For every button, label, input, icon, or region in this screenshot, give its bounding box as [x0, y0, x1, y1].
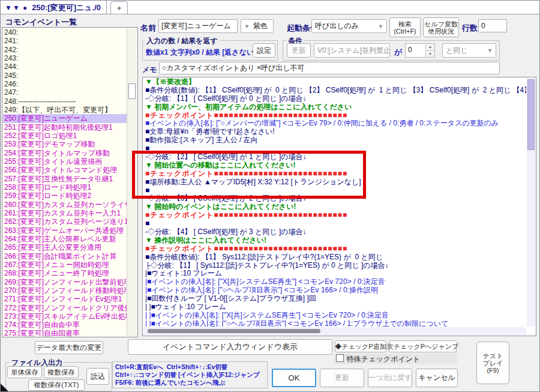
show-event-command-input-window-button[interactable]: イベントコマンド入力ウィンドウ表示 — [128, 339, 332, 355]
list-item[interactable]: 272:[変更可]ノンフィールドクリア後処理1 — [3, 304, 127, 312]
event-line[interactable]: ▼ 開始時のイベントはここに入れてください! — [145, 203, 526, 211]
trigger-select[interactable]: 呼び出しのみ ▼ — [311, 19, 387, 33]
stepper-up-icon[interactable]: ▲ — [426, 44, 434, 51]
list-item[interactable]: 271:[変更可]ノンフィールドEv処理1 — [3, 295, 127, 303]
list-item[interactable]: 257:[変更可]互換性無データ引継1 — [3, 175, 127, 183]
condition-update-button[interactable]: 更新 — [287, 43, 311, 58]
event-name-input[interactable] — [158, 19, 238, 33]
event-line[interactable]: ▼ 初期メンバー、初期アイテムの処理はここに入れてください — [145, 103, 526, 112]
tab-current-event[interactable]: ▼▼ ● 250:[変更可]ニュ./0 — [1, 1, 107, 14]
change-max-data-button[interactable]: データ最大数の変更 — [35, 341, 103, 354]
sidebar-scrollbar[interactable] — [127, 28, 137, 336]
event-list-vscrollbar-thumb[interactable] — [527, 79, 535, 150]
list-item[interactable]: 242: — [3, 46, 127, 54]
event-line[interactable]: ■条件分岐(数値): 【1】 Sys112:[読]テストプレイ中?(1=YES)… — [145, 253, 526, 262]
list-item[interactable]: 261:[変更可]カスタム並列キー入力1 — [3, 209, 127, 217]
list-item[interactable]: 259:[変更可]ロード時処理2 — [3, 191, 127, 200]
list-item[interactable]: 241: — [3, 37, 127, 45]
event-line[interactable]: -◇分岐: 【4】 [ CSelf0[処理] が 3 と同じ ]の場合↓ — [145, 228, 526, 237]
add-tab-button[interactable]: + — [110, 1, 128, 14]
list-item[interactable]: 273:[変更可]スキルアイテムEv呼出処理1 — [3, 312, 127, 321]
event-line[interactable]: ├◇分岐: 【1】 [ Sys112:[読]テストプレイ中?(1=YES) が … — [145, 262, 526, 270]
event-line[interactable]: -◇分岐: 【1】 [ CSelf0[処理] が 0 と同じ ]の場合↓ — [145, 95, 526, 103]
test-play-button[interactable]: テスト プレイ (F9) — [476, 342, 509, 384]
list-item[interactable]: 262:[変更可]カスタム並列ページ送り1 — [3, 217, 127, 226]
resize-grip[interactable] — [1, 384, 8, 391]
load-button[interactable]: 読込 — [86, 368, 109, 385]
list-item[interactable]: 243: — [3, 54, 127, 62]
list-item[interactable]: 247: — [3, 88, 127, 97]
list-item[interactable]: 266:[変更可]合計職業ポイント計算 — [3, 252, 127, 261]
event-line[interactable]: -◇分岐: 【3】 [ CSelf0[処理] が 2 と同じ ]の場合↓ — [145, 194, 526, 203]
event-line[interactable]: ■ — [145, 220, 526, 228]
list-item[interactable]: 260:[変更可]カスタム並列カーソライザ1 — [3, 201, 127, 209]
stepper-down-icon[interactable]: ▼ — [426, 51, 434, 58]
event-line[interactable]: ■ — [145, 187, 526, 195]
event-line[interactable]: ■条件分岐(数値): 【1】 CSelf0[処理] が 0 と同じ 【2】 CS… — [145, 86, 526, 95]
event-line[interactable]: ■イベントの挿入[名]: ["○メンバーの増減"] <コモンEv 79> / 0… — [145, 119, 526, 128]
self-variable-usage-button[interactable]: セルフ変数 使用状況 — [423, 17, 459, 37]
line-count-input[interactable] — [478, 19, 507, 32]
event-list-vscrollbar[interactable] — [527, 78, 535, 327]
event-line[interactable]: ▼ 開始位置への移動はここに入れてください! — [145, 161, 526, 170]
list-item[interactable]: 250:[変更可]ニューゲーム — [3, 114, 127, 122]
event-line[interactable]: | |■イベントの挿入[名]: ["X[共]システムSE再生"] <コモンEv … — [145, 312, 526, 320]
list-item[interactable]: 268:[変更可]メニュー終了時処理 — [3, 269, 127, 277]
event-list-hscrollbar-thumb[interactable] — [148, 329, 320, 333]
event-line[interactable]: |■回数付きループ [ V1-0[[システム]ブラウザ互換] ]回 — [145, 295, 526, 303]
undo-button[interactable]: 一つ元に戻す — [368, 369, 412, 387]
list-item[interactable]: 251:[変更可]起動時初期化後処理1 — [3, 123, 127, 131]
input-config-button[interactable]: 設定 — [253, 43, 275, 58]
event-list-hscrollbar[interactable] — [143, 327, 526, 335]
list-item[interactable]: 267:[変更可]メニュー開始時処理 — [3, 261, 127, 269]
list-item[interactable]: 258:[変更可]ロード時処理1 — [3, 183, 127, 191]
sidebar-scrollbar-thumb[interactable] — [128, 83, 136, 99]
list-item[interactable]: 263:[変更可]ゲームオーバー共通処理 — [3, 226, 127, 235]
single-save-button[interactable]: 単体保存 — [7, 366, 42, 378]
list-item[interactable]: 245: — [3, 71, 127, 80]
cancel-button[interactable]: キャンセル — [416, 369, 458, 387]
event-line[interactable]: ■チェックポイント■■■■■■■■■■■■■■■■■■■■■■■■■■■ — [145, 112, 526, 120]
ok-button[interactable]: OK — [272, 369, 316, 387]
list-item[interactable]: 240: — [3, 28, 127, 37]
event-line[interactable]: ■チェックポイント■■■■■■■■■■■■■■■■■■■■■■■■■■■ — [145, 170, 526, 178]
event-line[interactable]: ▼【※要改造】 — [145, 78, 526, 86]
list-item[interactable]: 255:[変更可]タイトル遠景描画 — [3, 157, 127, 166]
event-line[interactable]: |■イベントの挿入[名]: ["○ヘルプ項目表示"] <コモンEv 166> /… — [145, 286, 526, 295]
search-button[interactable]: 検索 (Ctrl+F) — [389, 17, 421, 37]
condition-variable-select[interactable]: V0:[システム]並列禁止用 ▼ — [314, 43, 390, 58]
multi-save-txt-button[interactable]: 複数保存(TXT) — [28, 379, 85, 391]
event-line[interactable]: ■ — [145, 145, 526, 153]
list-item[interactable]: 256:[変更可]タイトルコマンド処理 — [3, 166, 127, 174]
event-line[interactable]: | |■ウェイト:10 フレーム — [145, 303, 526, 312]
jump-next-checkpoint-button[interactable]: 次チェックPへジャンプ — [389, 340, 457, 352]
memo-input[interactable] — [159, 62, 500, 74]
list-item[interactable]: 252:[変更可]ロゴ処理1 — [3, 131, 127, 140]
list-item[interactable]: 270:[変更可]ノンフィールド移動時処理1 — [3, 286, 127, 295]
condition-value-stepper[interactable]: 0 ▲ ▼ — [405, 43, 435, 58]
list-item[interactable]: 246: — [3, 80, 127, 88]
event-line[interactable]: |■ウェイト:10 フレーム — [145, 270, 526, 278]
list-item[interactable]: 244: — [3, 62, 127, 71]
event-line[interactable]: ■文章:母親¥n「勇者!朝です!起きなさい! — [145, 128, 526, 136]
multi-save-button[interactable]: 複数保存 — [44, 366, 79, 378]
list-item[interactable]: 265:[変更可]主人公変更分適用 — [3, 243, 127, 252]
event-line[interactable]: | |■イベントの挿入[名]: ["○ヘルプ項目表示"] <コモンEv 166>… — [145, 320, 526, 327]
event-line[interactable]: -◇分岐: 【2】 [ CSelf0[処理] が 1 と同じ ]の場合↓ — [145, 153, 526, 161]
list-item[interactable]: 248:------------------------ — [3, 97, 127, 106]
list-item[interactable]: 275:[変更可]自由回避率 — [3, 329, 127, 336]
list-item[interactable]: 264:[変更可]主人公限界レベル更新 — [3, 235, 127, 243]
special-checkpoint-checkbox[interactable] — [336, 354, 344, 362]
list-item[interactable]: 269:[変更可]ノンフィールド出撃前処理1 — [3, 278, 127, 286]
event-line[interactable]: ■場所移動:主人公 ▲マップID5[村] X:32 Y:12 [トランジションな… — [145, 178, 526, 187]
color-select[interactable]: ▼ 紫色 — [241, 19, 274, 33]
update-button[interactable]: 更新 — [320, 369, 364, 387]
add-checkpoint-button[interactable]: ◆チェックP追加 — [335, 340, 386, 352]
event-line[interactable]: ■動作指定:[スキップ] 主人公 / 左向 — [145, 136, 526, 145]
list-item[interactable]: 274:[変更可]自由命中率 — [3, 321, 127, 329]
event-line[interactable]: ▼ 操作説明はここに入れてください! — [145, 237, 526, 245]
list-item[interactable]: 254:[変更可]タイトルマップ移動 — [3, 149, 127, 157]
event-line[interactable]: ■チェックポイント■■■■■■■■■■■■■■■■■■■■■■■■■■■ — [145, 245, 526, 253]
event-line[interactable]: |■イベントの挿入[名]: ["X[共]システムSE再生"] <コモンEv 72… — [145, 278, 526, 286]
list-item[interactable]: 249:【以下、呼出不可、変更可】 — [3, 106, 127, 114]
